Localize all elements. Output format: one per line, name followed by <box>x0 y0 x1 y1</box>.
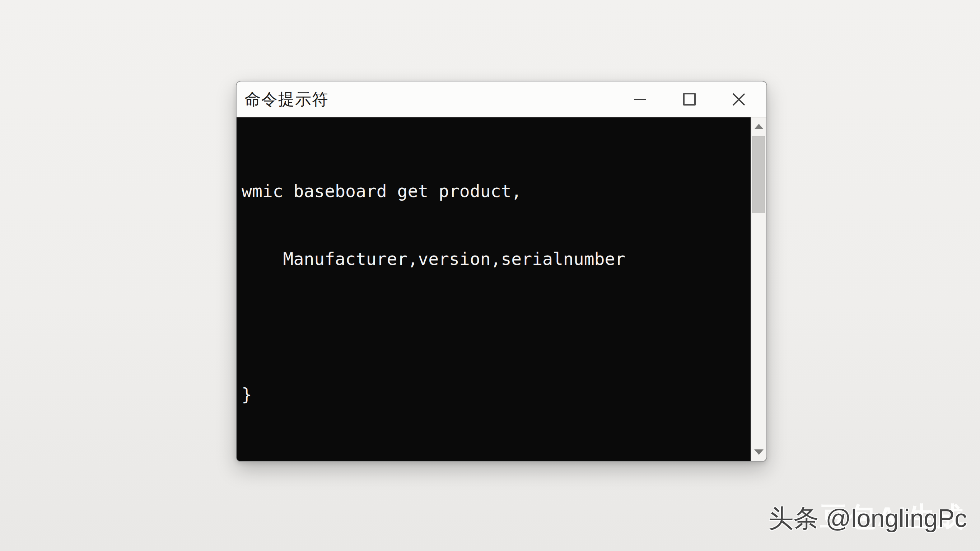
command-line-2: Manufacturer,version,serialnumber <box>242 248 751 270</box>
scroll-down-icon[interactable] <box>754 449 764 455</box>
ai-watermark-text: 豆包AI生成 <box>820 499 965 536</box>
maximize-icon <box>683 93 696 105</box>
terminal-text: wmic baseboard get product, Manufacturer… <box>237 117 751 461</box>
window-titlebar[interactable]: 命令提示符 <box>237 81 767 117</box>
scroll-up-icon[interactable] <box>754 124 764 129</box>
window-title: 命令提示符 <box>245 89 329 110</box>
desktop-background: 命令提示符 wmic baseboard get product, Man <box>0 0 980 551</box>
minimize-button[interactable] <box>632 92 647 107</box>
author-watermark-text: 头条 @longlingPc <box>768 504 967 532</box>
watermark: 豆包AI生成 头条 @longlingPc <box>768 502 967 541</box>
brace-line: } <box>242 383 751 406</box>
scrollbar-thumb[interactable] <box>752 136 765 213</box>
close-button[interactable] <box>731 92 746 107</box>
caption-buttons <box>632 81 746 117</box>
blank-line <box>242 315 751 338</box>
minimize-icon <box>634 99 646 100</box>
terminal-output[interactable]: wmic baseboard get product, Manufacturer… <box>237 117 767 461</box>
blank-line <box>242 451 751 461</box>
command-line-1: wmic baseboard get product, <box>242 180 751 202</box>
close-icon <box>732 92 746 107</box>
vertical-scrollbar[interactable] <box>751 117 767 461</box>
command-prompt-window: 命令提示符 wmic baseboard get product, Man <box>236 81 767 462</box>
maximize-button[interactable] <box>682 92 697 107</box>
